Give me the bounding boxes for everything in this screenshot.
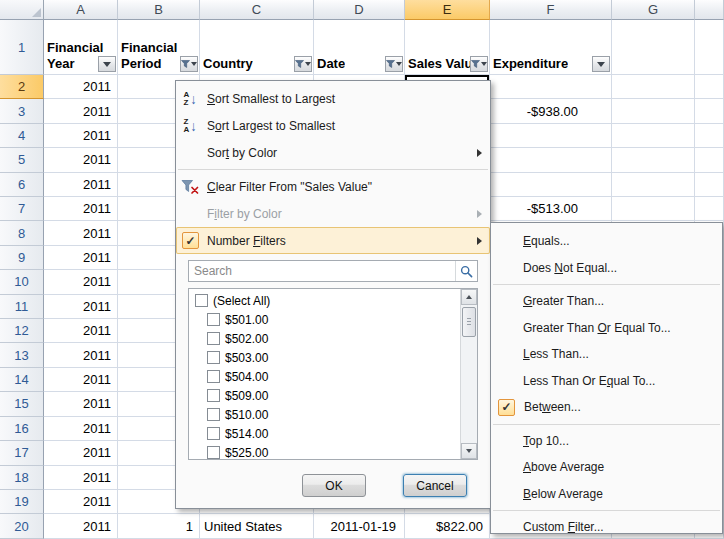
header-cell-f[interactable]: Expenditure [490, 20, 612, 75]
cell-a9[interactable]: 2011 [44, 246, 118, 270]
row-header-11[interactable]: 11 [0, 295, 44, 319]
checkbox[interactable] [207, 351, 220, 364]
filter-value-item[interactable]: $503.00 [189, 348, 460, 367]
cell-a17[interactable]: 2011 [44, 441, 118, 465]
cell-e20[interactable]: $822.00 [405, 514, 490, 538]
checkbox[interactable] [207, 313, 220, 326]
cell-g5[interactable] [612, 148, 695, 172]
cell-a16[interactable]: 2011 [44, 417, 118, 441]
submenu-item-bet-ween[interactable]: ✓Between... [491, 394, 722, 421]
row-header-15[interactable]: 15 [0, 392, 44, 416]
menu-item-f-ilter-by-color[interactable]: Filter by Color [176, 200, 490, 227]
submenu-item-top-10[interactable]: Top 10... [491, 428, 722, 455]
checkbox[interactable] [207, 389, 220, 402]
cell-f3[interactable]: -$938.00 [490, 99, 612, 123]
cell-g2[interactable] [612, 75, 695, 99]
submenu-item-above-average[interactable]: Above Average [491, 454, 722, 481]
cell-a6[interactable]: 2011 [44, 173, 118, 197]
filter-value-item[interactable]: $510.00 [189, 405, 460, 424]
cell-a11[interactable]: 2011 [44, 295, 118, 319]
column-header-e[interactable]: E [405, 0, 490, 20]
cell-c20[interactable]: United States [200, 514, 314, 538]
filter-value-item[interactable]: $504.00 [189, 367, 460, 386]
row-header-13[interactable]: 13 [0, 343, 44, 367]
cancel-button[interactable]: Cancel [403, 474, 467, 497]
header-cell-g[interactable] [612, 20, 695, 75]
filter-button-a[interactable] [98, 56, 116, 72]
cell-g3[interactable] [612, 99, 695, 123]
cell-a2[interactable]: 2011 [44, 75, 118, 99]
row-header-9[interactable]: 9 [0, 246, 44, 270]
row-header-17[interactable]: 17 [0, 441, 44, 465]
cell-a7[interactable]: 2011 [44, 197, 118, 221]
submenu-item-custom-filter[interactable]: Custom Filter... [491, 514, 722, 534]
row-header-5[interactable]: 5 [0, 148, 44, 172]
cell-g6[interactable] [612, 173, 695, 197]
cell-d20[interactable]: 2011-01-19 [314, 514, 405, 538]
filter-value-item[interactable]: $525.00 [189, 443, 460, 459]
cell-a18[interactable]: 2011 [44, 466, 118, 490]
filter-button-e[interactable] [470, 56, 488, 72]
row-header-4[interactable]: 4 [0, 124, 44, 148]
row-header-12[interactable]: 12 [0, 319, 44, 343]
submenu-item-less-than[interactable]: Less Than... [491, 341, 722, 368]
row-header-6[interactable]: 6 [0, 173, 44, 197]
cell-f7[interactable]: -$513.00 [490, 197, 612, 221]
select-all-corner[interactable] [0, 0, 44, 20]
filter-button-c[interactable] [294, 56, 312, 72]
search-input[interactable] [188, 260, 478, 282]
row-header-20[interactable]: 20 [0, 514, 44, 538]
submenu-item-greater-than-or-equal-to[interactable]: Greater Than Or Equal To... [491, 315, 722, 342]
cell-a4[interactable]: 2011 [44, 124, 118, 148]
header-cell-a[interactable]: Financial Year [44, 20, 118, 75]
header-cell-e[interactable]: Sales Value [405, 20, 490, 75]
filter-button-f[interactable] [592, 56, 610, 72]
header-cell-d[interactable]: Date [314, 20, 405, 75]
filter-value-item[interactable]: (Select All) [189, 291, 460, 310]
filter-button-b[interactable] [180, 56, 198, 72]
menu-item-sort-smallest-to-largest[interactable]: AZ↓Sort Smallest to Largest [176, 85, 490, 112]
row-header-10[interactable]: 10 [0, 270, 44, 294]
column-header-d[interactable]: D [314, 0, 405, 20]
checkbox[interactable] [207, 427, 220, 440]
menu-item-number-filters[interactable]: ✓Number Filters [176, 227, 490, 254]
filter-value-item[interactable]: $501.00 [189, 310, 460, 329]
cell-a12[interactable]: 2011 [44, 319, 118, 343]
cell-a14[interactable]: 2011 [44, 368, 118, 392]
filter-value-item[interactable]: $509.00 [189, 386, 460, 405]
row-header-19[interactable]: 19 [0, 490, 44, 514]
cell-a15[interactable]: 2011 [44, 392, 118, 416]
scrollbar[interactable] [460, 289, 477, 459]
cell-a3[interactable]: 2011 [44, 99, 118, 123]
menu-item-sor-t-by-color[interactable]: Sort by Color [176, 139, 490, 166]
row-header-7[interactable]: 7 [0, 197, 44, 221]
scroll-up-button[interactable] [461, 289, 477, 305]
filter-value-item[interactable]: $502.00 [189, 329, 460, 348]
ok-button[interactable]: OK [302, 474, 366, 497]
submenu-item-greater-than[interactable]: Greater Than... [491, 288, 722, 315]
row-header-1[interactable]: 1 [0, 20, 44, 75]
scroll-thumb[interactable] [462, 307, 476, 337]
column-header-a[interactable]: A [44, 0, 118, 20]
cell-f4[interactable] [490, 124, 612, 148]
checkbox[interactable] [207, 408, 220, 421]
filter-button-d[interactable] [385, 56, 403, 72]
row-header-16[interactable]: 16 [0, 417, 44, 441]
row-header-3[interactable]: 3 [0, 99, 44, 123]
cell-a19[interactable]: 2011 [44, 490, 118, 514]
cell-a10[interactable]: 2011 [44, 270, 118, 294]
menu-item-clear-filter-from-sales-value[interactable]: Clear Filter From "Sales Value" [176, 173, 490, 200]
header-cell-b[interactable]: Financial Period [118, 20, 200, 75]
submenu-item-does-not-equal[interactable]: Does Not Equal... [491, 255, 722, 282]
menu-item-s-ort-largest-to-smallest[interactable]: ZA↓Sort Largest to Smallest [176, 112, 490, 139]
column-header-b[interactable]: B [118, 0, 200, 20]
column-header-f[interactable]: F [490, 0, 612, 20]
column-header-g[interactable]: G [612, 0, 695, 20]
checkbox[interactable] [207, 446, 220, 459]
submenu-item-below-average[interactable]: Below Average [491, 481, 722, 508]
search-icon[interactable] [455, 261, 477, 281]
row-header-14[interactable]: 14 [0, 368, 44, 392]
scroll-down-button[interactable] [461, 443, 477, 459]
header-cell-c[interactable]: Country [200, 20, 314, 75]
cell-a8[interactable]: 2011 [44, 221, 118, 245]
